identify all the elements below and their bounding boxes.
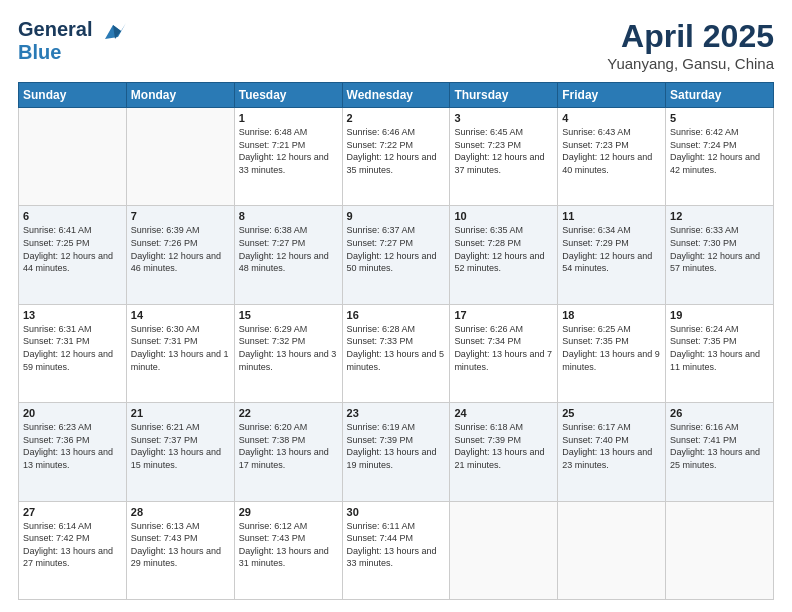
day-number: 23: [347, 407, 446, 419]
weekday-header-friday: Friday: [558, 83, 666, 108]
day-number: 26: [670, 407, 769, 419]
calendar-cell: 8Sunrise: 6:38 AMSunset: 7:27 PMDaylight…: [234, 206, 342, 304]
day-info: Sunrise: 6:37 AMSunset: 7:27 PMDaylight:…: [347, 224, 446, 274]
day-number: 9: [347, 210, 446, 222]
day-number: 28: [131, 506, 230, 518]
day-number: 17: [454, 309, 553, 321]
day-number: 3: [454, 112, 553, 124]
day-number: 13: [23, 309, 122, 321]
day-number: 29: [239, 506, 338, 518]
weekday-header-sunday: Sunday: [19, 83, 127, 108]
day-number: 21: [131, 407, 230, 419]
day-number: 8: [239, 210, 338, 222]
day-number: 4: [562, 112, 661, 124]
day-number: 27: [23, 506, 122, 518]
calendar-cell: 30Sunrise: 6:11 AMSunset: 7:44 PMDayligh…: [342, 501, 450, 599]
logo-text: General: [18, 18, 126, 41]
weekday-header-monday: Monday: [126, 83, 234, 108]
day-info: Sunrise: 6:18 AMSunset: 7:39 PMDaylight:…: [454, 421, 553, 471]
day-info: Sunrise: 6:20 AMSunset: 7:38 PMDaylight:…: [239, 421, 338, 471]
logo-blue-text: Blue: [18, 41, 126, 63]
calendar-cell: 13Sunrise: 6:31 AMSunset: 7:31 PMDayligh…: [19, 304, 127, 402]
day-info: Sunrise: 6:11 AMSunset: 7:44 PMDaylight:…: [347, 520, 446, 570]
calendar-table: SundayMondayTuesdayWednesdayThursdayFrid…: [18, 82, 774, 600]
day-number: 15: [239, 309, 338, 321]
calendar-cell: 23Sunrise: 6:19 AMSunset: 7:39 PMDayligh…: [342, 403, 450, 501]
calendar-cell: 15Sunrise: 6:29 AMSunset: 7:32 PMDayligh…: [234, 304, 342, 402]
calendar-cell: 7Sunrise: 6:39 AMSunset: 7:26 PMDaylight…: [126, 206, 234, 304]
calendar-cell: 29Sunrise: 6:12 AMSunset: 7:43 PMDayligh…: [234, 501, 342, 599]
weekday-header-tuesday: Tuesday: [234, 83, 342, 108]
day-info: Sunrise: 6:38 AMSunset: 7:27 PMDaylight:…: [239, 224, 338, 274]
day-number: 12: [670, 210, 769, 222]
logo-bird-icon: [100, 21, 126, 41]
day-info: Sunrise: 6:29 AMSunset: 7:32 PMDaylight:…: [239, 323, 338, 373]
day-number: 18: [562, 309, 661, 321]
calendar-cell: [558, 501, 666, 599]
calendar-cell: 24Sunrise: 6:18 AMSunset: 7:39 PMDayligh…: [450, 403, 558, 501]
day-number: 6: [23, 210, 122, 222]
day-info: Sunrise: 6:17 AMSunset: 7:40 PMDaylight:…: [562, 421, 661, 471]
calendar-cell: [450, 501, 558, 599]
day-info: Sunrise: 6:14 AMSunset: 7:42 PMDaylight:…: [23, 520, 122, 570]
day-info: Sunrise: 6:31 AMSunset: 7:31 PMDaylight:…: [23, 323, 122, 373]
calendar-cell: 1Sunrise: 6:48 AMSunset: 7:21 PMDaylight…: [234, 108, 342, 206]
calendar-cell: 12Sunrise: 6:33 AMSunset: 7:30 PMDayligh…: [666, 206, 774, 304]
calendar-cell: 5Sunrise: 6:42 AMSunset: 7:24 PMDaylight…: [666, 108, 774, 206]
day-info: Sunrise: 6:46 AMSunset: 7:22 PMDaylight:…: [347, 126, 446, 176]
calendar-week-2: 6Sunrise: 6:41 AMSunset: 7:25 PMDaylight…: [19, 206, 774, 304]
day-info: Sunrise: 6:21 AMSunset: 7:37 PMDaylight:…: [131, 421, 230, 471]
day-number: 20: [23, 407, 122, 419]
calendar-cell: 18Sunrise: 6:25 AMSunset: 7:35 PMDayligh…: [558, 304, 666, 402]
day-info: Sunrise: 6:23 AMSunset: 7:36 PMDaylight:…: [23, 421, 122, 471]
day-info: Sunrise: 6:28 AMSunset: 7:33 PMDaylight:…: [347, 323, 446, 373]
day-info: Sunrise: 6:13 AMSunset: 7:43 PMDaylight:…: [131, 520, 230, 570]
calendar-cell: 9Sunrise: 6:37 AMSunset: 7:27 PMDaylight…: [342, 206, 450, 304]
main-title: April 2025: [607, 18, 774, 55]
day-info: Sunrise: 6:26 AMSunset: 7:34 PMDaylight:…: [454, 323, 553, 373]
calendar-cell: 20Sunrise: 6:23 AMSunset: 7:36 PMDayligh…: [19, 403, 127, 501]
weekday-header-saturday: Saturday: [666, 83, 774, 108]
day-info: Sunrise: 6:39 AMSunset: 7:26 PMDaylight:…: [131, 224, 230, 274]
weekday-header-thursday: Thursday: [450, 83, 558, 108]
page: General Blue April 2025 Yuanyang, Gansu,…: [0, 0, 792, 612]
calendar-cell: 22Sunrise: 6:20 AMSunset: 7:38 PMDayligh…: [234, 403, 342, 501]
day-info: Sunrise: 6:35 AMSunset: 7:28 PMDaylight:…: [454, 224, 553, 274]
calendar-cell: 2Sunrise: 6:46 AMSunset: 7:22 PMDaylight…: [342, 108, 450, 206]
calendar-cell: [666, 501, 774, 599]
day-number: 19: [670, 309, 769, 321]
title-block: April 2025 Yuanyang, Gansu, China: [607, 18, 774, 72]
day-info: Sunrise: 6:19 AMSunset: 7:39 PMDaylight:…: [347, 421, 446, 471]
calendar-week-1: 1Sunrise: 6:48 AMSunset: 7:21 PMDaylight…: [19, 108, 774, 206]
day-info: Sunrise: 6:16 AMSunset: 7:41 PMDaylight:…: [670, 421, 769, 471]
day-number: 22: [239, 407, 338, 419]
day-number: 11: [562, 210, 661, 222]
calendar-cell: 25Sunrise: 6:17 AMSunset: 7:40 PMDayligh…: [558, 403, 666, 501]
day-number: 24: [454, 407, 553, 419]
calendar-cell: 27Sunrise: 6:14 AMSunset: 7:42 PMDayligh…: [19, 501, 127, 599]
day-number: 7: [131, 210, 230, 222]
day-info: Sunrise: 6:25 AMSunset: 7:35 PMDaylight:…: [562, 323, 661, 373]
day-info: Sunrise: 6:33 AMSunset: 7:30 PMDaylight:…: [670, 224, 769, 274]
calendar-cell: 19Sunrise: 6:24 AMSunset: 7:35 PMDayligh…: [666, 304, 774, 402]
day-info: Sunrise: 6:34 AMSunset: 7:29 PMDaylight:…: [562, 224, 661, 274]
day-info: Sunrise: 6:41 AMSunset: 7:25 PMDaylight:…: [23, 224, 122, 274]
calendar-cell: [126, 108, 234, 206]
calendar-cell: 4Sunrise: 6:43 AMSunset: 7:23 PMDaylight…: [558, 108, 666, 206]
logo: General Blue: [18, 18, 126, 63]
day-number: 5: [670, 112, 769, 124]
day-info: Sunrise: 6:30 AMSunset: 7:31 PMDaylight:…: [131, 323, 230, 373]
day-number: 25: [562, 407, 661, 419]
calendar-week-5: 27Sunrise: 6:14 AMSunset: 7:42 PMDayligh…: [19, 501, 774, 599]
calendar-cell: 26Sunrise: 6:16 AMSunset: 7:41 PMDayligh…: [666, 403, 774, 501]
calendar-cell: 11Sunrise: 6:34 AMSunset: 7:29 PMDayligh…: [558, 206, 666, 304]
weekday-header-wednesday: Wednesday: [342, 83, 450, 108]
day-number: 30: [347, 506, 446, 518]
day-info: Sunrise: 6:12 AMSunset: 7:43 PMDaylight:…: [239, 520, 338, 570]
calendar-header-row: SundayMondayTuesdayWednesdayThursdayFrid…: [19, 83, 774, 108]
day-number: 14: [131, 309, 230, 321]
calendar-cell: 14Sunrise: 6:30 AMSunset: 7:31 PMDayligh…: [126, 304, 234, 402]
calendar-cell: 17Sunrise: 6:26 AMSunset: 7:34 PMDayligh…: [450, 304, 558, 402]
calendar-cell: 21Sunrise: 6:21 AMSunset: 7:37 PMDayligh…: [126, 403, 234, 501]
calendar-cell: [19, 108, 127, 206]
